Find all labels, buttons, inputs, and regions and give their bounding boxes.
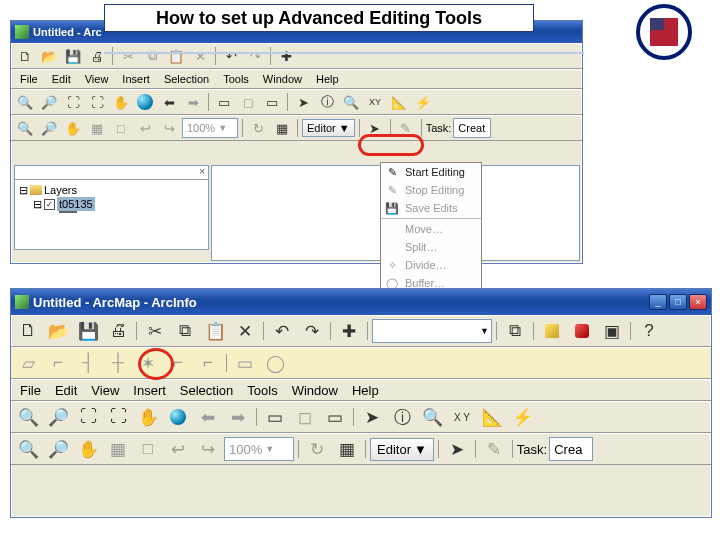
- sketch-tool-button[interactable]: ✎: [480, 435, 508, 463]
- find-button[interactable]: 🔍: [418, 403, 446, 431]
- menu-tools[interactable]: Tools: [241, 382, 283, 399]
- find-button[interactable]: 🔍: [340, 91, 362, 113]
- fixed-zoom-in-icon[interactable]: ⛶: [62, 91, 84, 113]
- add-data-button[interactable]: ✚: [275, 45, 297, 67]
- fillet-tool-icon[interactable]: ⌐: [44, 349, 72, 377]
- delete-button[interactable]: ✕: [231, 317, 259, 345]
- cut-button[interactable]: ✂: [117, 45, 139, 67]
- add-data-button[interactable]: ✚: [335, 317, 363, 345]
- menu-view[interactable]: View: [79, 72, 115, 86]
- extend-tool-icon[interactable]: ┤: [74, 349, 102, 377]
- layout-actual-button[interactable]: □: [134, 435, 162, 463]
- layout-zoom-in-button[interactable]: 🔍: [14, 117, 36, 139]
- zoom-in-button[interactable]: 🔍: [14, 403, 42, 431]
- menu-window[interactable]: Window: [257, 72, 308, 86]
- menu-tools[interactable]: Tools: [217, 72, 255, 86]
- maximize-button[interactable]: □: [669, 294, 687, 310]
- toc-close-strip[interactable]: ×: [15, 166, 208, 180]
- zoom-in-button[interactable]: 🔍: [14, 91, 36, 113]
- back-extent-button[interactable]: ⬅: [158, 91, 180, 113]
- circle-tool-icon[interactable]: ◯: [261, 349, 289, 377]
- redo-button[interactable]: ↷: [244, 45, 266, 67]
- layout-zoom-out-button[interactable]: 🔎: [44, 435, 72, 463]
- menu-divide[interactable]: ✧Divide…: [381, 256, 481, 274]
- fwd-extent-button[interactable]: ➡: [224, 403, 252, 431]
- rectangle-tool-icon[interactable]: ▭: [231, 349, 259, 377]
- copy-button[interactable]: ⧉: [171, 317, 199, 345]
- arctoolbox-button[interactable]: [568, 317, 596, 345]
- layout-zoom-out-button[interactable]: 🔎: [38, 117, 60, 139]
- full-extent-button[interactable]: [164, 403, 192, 431]
- menu-file[interactable]: File: [14, 72, 44, 86]
- undo-button[interactable]: ↶: [268, 317, 296, 345]
- refresh-button[interactable]: ↻: [303, 435, 331, 463]
- layout-actual-button[interactable]: □: [110, 117, 132, 139]
- measure-button[interactable]: 📐: [388, 91, 410, 113]
- pointer-button[interactable]: ➤: [292, 91, 314, 113]
- menu-help[interactable]: Help: [346, 382, 385, 399]
- zoom-combo[interactable]: 100%▼: [224, 437, 294, 461]
- trim-tool-icon[interactable]: ┼: [104, 349, 132, 377]
- editor-dropdown-button[interactable]: Editor▼: [302, 119, 355, 137]
- layout-pan-button[interactable]: ✋: [62, 117, 84, 139]
- save-button[interactable]: 💾: [74, 317, 102, 345]
- hyperlink-button[interactable]: ⚡: [412, 91, 434, 113]
- editor-dropdown-button[interactable]: Editor▼: [370, 438, 434, 461]
- menu-move[interactable]: Move…: [381, 220, 481, 238]
- print-button[interactable]: 🖨: [86, 45, 108, 67]
- zoom-out-button[interactable]: 🔎: [44, 403, 72, 431]
- close-button[interactable]: ×: [689, 294, 707, 310]
- zoom-combo[interactable]: 100%▼: [182, 118, 238, 138]
- pointer-button[interactable]: ➤: [358, 403, 386, 431]
- menu-insert[interactable]: Insert: [127, 382, 172, 399]
- layout-fwd-button[interactable]: ↪: [194, 435, 222, 463]
- arccatalog-button[interactable]: [538, 317, 566, 345]
- menu-split[interactable]: Split…: [381, 238, 481, 256]
- select-elements-button[interactable]: ▭: [321, 403, 349, 431]
- data-frame-button[interactable]: ▦: [271, 117, 293, 139]
- hyperlink-button[interactable]: ⚡: [508, 403, 536, 431]
- menu-bar[interactable]: File Edit View Insert Selection Tools Wi…: [11, 379, 711, 401]
- whats-this-button[interactable]: ?: [635, 317, 663, 345]
- paste-button[interactable]: 📋: [201, 317, 229, 345]
- menu-window[interactable]: Window: [286, 382, 344, 399]
- clear-selection-button[interactable]: ◻: [291, 403, 319, 431]
- clear-selection-button[interactable]: ◻: [237, 91, 259, 113]
- layout-pan-button[interactable]: ✋: [74, 435, 102, 463]
- menu-edit[interactable]: Edit: [49, 382, 83, 399]
- layout-back-button[interactable]: ↩: [134, 117, 156, 139]
- menu-stop-editing[interactable]: ✎Stop Editing: [381, 181, 481, 199]
- copy-features-tool-icon[interactable]: ▱: [14, 349, 42, 377]
- command-line-button[interactable]: ▣: [598, 317, 626, 345]
- menu-save-edits[interactable]: 💾Save Edits: [381, 199, 481, 217]
- new-doc-button[interactable]: 🗋: [14, 317, 42, 345]
- layout-zoom-in-button[interactable]: 🔍: [14, 435, 42, 463]
- task-combo[interactable]: Crea: [549, 437, 593, 461]
- delete-button[interactable]: ✕: [189, 45, 211, 67]
- full-extent-button[interactable]: [134, 91, 156, 113]
- back-extent-button[interactable]: ⬅: [194, 403, 222, 431]
- layout-fwd-button[interactable]: ↪: [158, 117, 180, 139]
- fixed-zoom-in-icon[interactable]: ⛶: [74, 403, 102, 431]
- toc-layers-root[interactable]: ⊟ Layers: [19, 183, 204, 197]
- menu-help[interactable]: Help: [310, 72, 345, 86]
- menu-bar[interactable]: File Edit View Insert Selection Tools Wi…: [11, 69, 582, 89]
- layout-extent-button[interactable]: ▦: [104, 435, 132, 463]
- toc-layer-item[interactable]: ⊟ ✓ t05135: [19, 197, 204, 211]
- select-elements-button[interactable]: ▭: [261, 91, 283, 113]
- cut-button[interactable]: ✂: [141, 317, 169, 345]
- undo-button[interactable]: ↶: [220, 45, 242, 67]
- new-doc-button[interactable]: 🗋: [14, 45, 36, 67]
- identify-button[interactable]: ⓘ: [316, 91, 338, 113]
- open-button[interactable]: 📂: [44, 317, 72, 345]
- measure-button[interactable]: 📐: [478, 403, 506, 431]
- print-button[interactable]: 🖨: [104, 317, 132, 345]
- refresh-button[interactable]: ↻: [247, 117, 269, 139]
- menu-start-editing[interactable]: ✎Start Editing: [381, 163, 481, 181]
- fixed-zoom-out-icon[interactable]: ⛶: [86, 91, 108, 113]
- pan-button[interactable]: ✋: [134, 403, 162, 431]
- menu-selection[interactable]: Selection: [158, 72, 215, 86]
- save-button[interactable]: 💾: [62, 45, 84, 67]
- paste-button[interactable]: 📋: [165, 45, 187, 67]
- identify-button[interactable]: ⓘ: [388, 403, 416, 431]
